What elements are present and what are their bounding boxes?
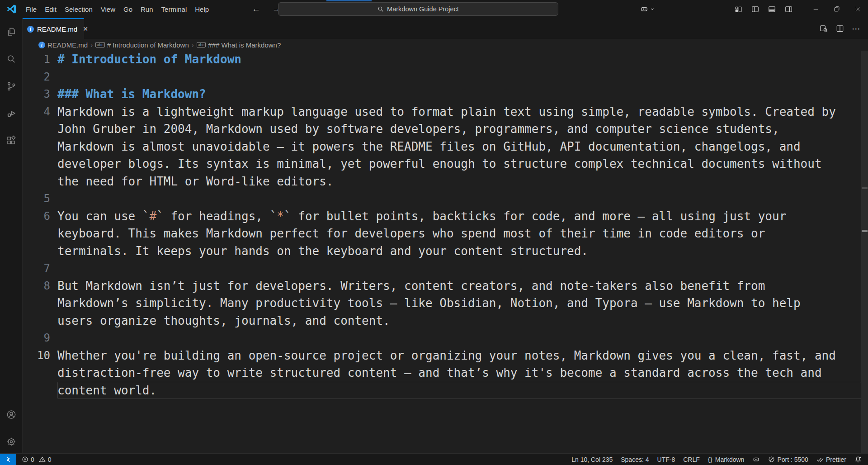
code-line[interactable]: 2 <box>23 68 861 86</box>
toggle-panel-icon[interactable] <box>768 5 776 14</box>
eol-status[interactable]: CRLF <box>683 456 700 463</box>
problems-status[interactable]: 0 0 <box>22 456 52 463</box>
line-number[interactable] <box>23 382 57 399</box>
customize-layout-icon[interactable] <box>734 5 743 14</box>
encoding-status[interactable]: UTF-8 <box>657 456 675 463</box>
tab-readme[interactable]: i README.md ✕ <box>23 18 84 39</box>
line-number[interactable]: 5 <box>23 190 57 208</box>
code-line[interactable]: 10Whether you're building an open-source… <box>23 347 861 365</box>
code-line[interactable]: 9 <box>23 329 861 347</box>
code-line[interactable]: 3### What is Markdown? <box>23 85 861 103</box>
line-number[interactable]: 4 <box>23 103 57 121</box>
code-text[interactable]: Markdown’s simplicity. Many productivity… <box>57 294 861 312</box>
source-control-icon[interactable] <box>6 81 17 91</box>
line-number[interactable] <box>23 312 57 330</box>
line-number[interactable] <box>23 225 57 242</box>
restore-button[interactable] <box>826 0 847 18</box>
code-line[interactable]: the need for HTML or Word-like editors. <box>23 173 861 190</box>
toggle-primary-sidebar-icon[interactable] <box>751 5 760 14</box>
copilot-status-button[interactable] <box>752 456 760 463</box>
toggle-secondary-sidebar-icon[interactable] <box>784 5 793 14</box>
line-number[interactable] <box>23 294 57 312</box>
code-text[interactable]: developer blogs. Its syntax is minimal, … <box>57 155 861 173</box>
code-line[interactable]: distraction-free way to write structured… <box>23 364 861 382</box>
explorer-icon[interactable] <box>6 26 17 37</box>
settings-gear-icon[interactable] <box>6 436 17 447</box>
back-arrow-button[interactable]: ← <box>249 3 263 15</box>
code-line[interactable]: Markdown’s simplicity. Many productivity… <box>23 294 861 312</box>
more-actions-button[interactable]: ⋯ <box>852 24 861 34</box>
code-line[interactable]: users organize thoughts, journals, and c… <box>23 312 861 330</box>
code-text[interactable]: But Markdown isn’t just for developers. … <box>57 277 861 295</box>
search-sidebar-icon[interactable] <box>6 53 17 64</box>
menu-item-go[interactable]: Go <box>119 3 137 15</box>
command-center-search[interactable]: Markdown Guide Project <box>278 2 558 16</box>
code-text[interactable] <box>57 329 861 347</box>
prettier-status[interactable]: Prettier <box>816 456 846 463</box>
code-line[interactable]: content world. <box>23 382 861 399</box>
line-number[interactable] <box>23 155 57 173</box>
code-line[interactable]: 6You can use `#` for headings, `*` for b… <box>23 208 861 225</box>
code-text[interactable]: terminals. It keeps your hands on the ke… <box>57 242 861 260</box>
breadcrumb-file[interactable]: i README.md <box>38 41 88 49</box>
notifications-bell-button[interactable] <box>854 456 862 463</box>
breadcrumb-h1[interactable]: abc # Introduction of Markdown <box>95 41 189 49</box>
line-number[interactable]: 6 <box>23 208 57 225</box>
open-preview-button[interactable] <box>819 24 828 33</box>
menu-item-terminal[interactable]: Terminal <box>157 3 191 15</box>
code-text[interactable]: content world. <box>57 382 861 399</box>
code-line[interactable]: 1# Introduction of Markdown <box>23 51 861 68</box>
menu-item-selection[interactable]: Selection <box>61 3 97 15</box>
account-icon[interactable] <box>6 409 17 420</box>
line-number[interactable] <box>23 173 57 190</box>
code-line[interactable]: 4Markdown is a lightweight markup langua… <box>23 103 861 121</box>
editor-scrollbar[interactable] <box>861 51 868 453</box>
code-line[interactable]: Markdown is almost unavoidable — it powe… <box>23 138 861 156</box>
code-text[interactable]: the need for HTML or Word-like editors. <box>57 173 861 190</box>
extensions-icon[interactable] <box>6 135 17 146</box>
breadcrumb-h3[interactable]: abc ### What is Markdown? <box>197 41 281 49</box>
code-text[interactable]: # Introduction of Markdown <box>57 51 861 68</box>
line-number[interactable]: 1 <box>23 51 57 68</box>
line-number[interactable]: 2 <box>23 68 57 86</box>
line-number[interactable]: 3 <box>23 85 57 103</box>
menu-item-file[interactable]: File <box>22 3 41 15</box>
tab-close-button[interactable]: ✕ <box>81 25 90 33</box>
code-line[interactable]: terminals. It keeps your hands on the ke… <box>23 242 861 260</box>
live-server-port[interactable]: Port : 5500 <box>768 456 808 463</box>
split-editor-button[interactable] <box>835 24 844 33</box>
code-line[interactable]: 7 <box>23 260 861 277</box>
code-line[interactable]: keyboard. This makes Markdown perfect fo… <box>23 225 861 242</box>
code-text[interactable]: keyboard. This makes Markdown perfect fo… <box>57 225 861 242</box>
code-line[interactable]: 8But Markdown isn’t just for developers.… <box>23 277 861 295</box>
code-text[interactable]: John Gruber in 2004, Markdown used by so… <box>57 120 861 138</box>
code-line[interactable]: 5 <box>23 190 861 208</box>
menu-item-help[interactable]: Help <box>191 3 213 15</box>
code-text[interactable]: You can use `#` for headings, `*` for bu… <box>57 208 861 225</box>
line-number[interactable] <box>23 138 57 156</box>
code-text[interactable]: Whether you're building an open-source p… <box>57 347 861 365</box>
menu-item-edit[interactable]: Edit <box>41 3 61 15</box>
code-text[interactable] <box>57 260 861 277</box>
indentation-status[interactable]: Spaces: 4 <box>621 456 649 463</box>
line-number[interactable] <box>23 242 57 260</box>
language-mode[interactable]: {} Markdown <box>708 456 745 463</box>
minimize-button[interactable] <box>806 0 826 18</box>
code-text[interactable]: ### What is Markdown? <box>57 85 861 103</box>
remote-indicator-button[interactable] <box>0 454 16 465</box>
code-text[interactable] <box>57 190 861 208</box>
editor-lines[interactable]: 1# Introduction of Markdown23### What is… <box>23 51 861 453</box>
line-number[interactable] <box>23 364 57 382</box>
code-text[interactable]: users organize thoughts, journals, and c… <box>57 312 861 330</box>
code-text[interactable]: Markdown is almost unavoidable — it powe… <box>57 138 861 156</box>
line-number[interactable]: 10 <box>23 347 57 365</box>
line-number[interactable]: 9 <box>23 329 57 347</box>
code-line[interactable]: developer blogs. Its syntax is minimal, … <box>23 155 861 173</box>
line-number[interactable]: 7 <box>23 260 57 277</box>
code-text[interactable]: Markdown is a lightweight markup languag… <box>57 103 861 121</box>
run-debug-icon[interactable] <box>6 108 17 119</box>
menu-item-view[interactable]: View <box>97 3 119 15</box>
copilot-menu-button[interactable] <box>637 3 657 15</box>
cursor-position[interactable]: Ln 10, Col 235 <box>571 456 613 463</box>
close-button[interactable] <box>847 0 868 18</box>
